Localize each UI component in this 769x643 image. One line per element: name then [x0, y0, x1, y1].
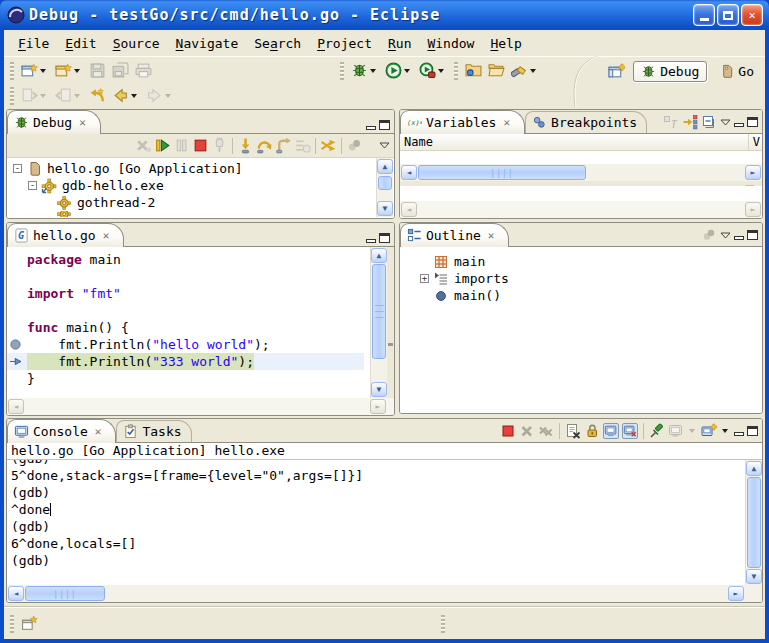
terminate-icon[interactable] [500, 423, 516, 439]
maximize-view-button[interactable] [379, 233, 390, 243]
step-into-icon[interactable] [237, 137, 254, 154]
resume-icon[interactable] [154, 137, 171, 154]
code-line-3[interactable]: import "fmt" [7, 285, 364, 302]
instruction-stepping-icon[interactable] [294, 137, 311, 154]
debug-tree-scrollbar[interactable]: ▲ ▼ [376, 158, 393, 217]
view-menu-icon[interactable] [720, 119, 731, 126]
code-line-6[interactable]: fmt.Println("hello world"); [7, 336, 364, 353]
debug-tree-item-gdb-helloexe[interactable]: -gdb-hello.exe [11, 177, 394, 194]
save-button[interactable] [86, 60, 109, 82]
show-stdout-toggle-icon[interactable] [603, 423, 619, 439]
statusbar-grip[interactable] [441, 615, 445, 633]
tab-debug[interactable]: Debug ✕ [7, 110, 101, 134]
variables-column-header[interactable]: Name V [400, 134, 762, 151]
editor-gutter[interactable] [7, 251, 27, 268]
debug-tree-item-clipped[interactable] [11, 211, 394, 217]
editor-gutter[interactable] [7, 370, 27, 387]
minimize-view-button[interactable] [734, 123, 744, 127]
editor-gutter[interactable] [7, 268, 27, 285]
minimize-view-button[interactable] [366, 126, 376, 130]
step-over-icon[interactable] [256, 137, 273, 154]
maximize-view-button[interactable] [747, 230, 758, 240]
tree-collapse-toggle[interactable]: - [13, 164, 22, 173]
code-editor[interactable]: package main import "fmt" func main() { … [7, 247, 394, 398]
editor-gutter[interactable] [7, 285, 27, 302]
debug-misc-icon[interactable] [346, 137, 363, 154]
column-value[interactable]: V [753, 135, 760, 149]
outline-misc-icon[interactable] [701, 227, 717, 243]
maximize-view-button[interactable] [747, 117, 758, 127]
close-tab-icon[interactable]: ✕ [503, 116, 510, 129]
menu-navigate[interactable]: Navigate [168, 34, 247, 53]
close-tab-icon[interactable]: ✕ [95, 425, 102, 438]
code-line-7[interactable]: fmt.Println("333 world"); [7, 353, 364, 370]
view-menu-icon[interactable] [379, 142, 390, 149]
editor-gutter[interactable] [7, 336, 27, 353]
titlebar[interactable]: Debug - testGo/src/cmd/hello.go - Eclips… [0, 0, 769, 30]
menu-run[interactable]: Run [380, 34, 419, 53]
console-output[interactable]: (gdb)5^done,stack-args=[frame={level="0"… [7, 460, 762, 585]
console-h-scrollbar[interactable]: ◄ |||| ► [7, 585, 762, 602]
back-button[interactable] [109, 85, 143, 107]
search-button[interactable] [508, 60, 542, 82]
toolbar-grip[interactable] [10, 87, 14, 105]
code-line-2[interactable] [7, 268, 364, 285]
minimize-view-button[interactable] [734, 236, 744, 240]
close-tab-icon[interactable]: ✕ [488, 229, 495, 242]
perspective-debug-button[interactable]: Debug [633, 61, 707, 82]
perspective-go-button[interactable]: Go [712, 62, 761, 81]
menu-edit[interactable]: Edit [57, 34, 104, 53]
menu-window[interactable]: Window [419, 34, 482, 53]
close-tab-icon[interactable]: ✕ [79, 116, 86, 129]
print-button[interactable] [132, 60, 155, 82]
disconnect-icon[interactable] [211, 137, 228, 154]
tree-expand-toggle[interactable]: + [420, 274, 429, 283]
open-type-button[interactable] [462, 60, 485, 82]
remove-launch-icon[interactable] [519, 423, 535, 439]
collapse-all-icon[interactable] [701, 114, 717, 130]
menu-project[interactable]: Project [309, 34, 380, 53]
window-maximize-button[interactable] [717, 4, 739, 26]
minimize-view-button[interactable] [366, 239, 376, 243]
next-annotation-button[interactable] [18, 85, 52, 107]
show-type-names-icon[interactable]: T [663, 114, 679, 130]
editor-h-scrollbar[interactable]: ◄ ► [7, 398, 394, 415]
display-selected-console-icon[interactable] [668, 423, 684, 439]
window-minimize-button[interactable] [693, 4, 715, 26]
open-resource-button[interactable] [485, 60, 508, 82]
debug-tree-item-hellogo[interactable]: -hello.go [Go Application] [11, 160, 394, 177]
save-all-button[interactable] [109, 60, 132, 82]
toolbar-grip[interactable] [454, 62, 458, 80]
clear-console-icon[interactable] [565, 423, 581, 439]
fast-view-button[interactable] [18, 613, 41, 635]
tab-tasks[interactable]: Tasks [116, 420, 191, 442]
console-v-scrollbar[interactable]: ▲ ▼ [745, 460, 762, 585]
tree-collapse-toggle[interactable]: - [28, 181, 37, 190]
column-name[interactable]: Name [404, 135, 433, 149]
open-perspective-button[interactable] [605, 60, 628, 82]
new-wizard-button[interactable] [18, 60, 52, 82]
previous-annotation-button[interactable] [52, 85, 86, 107]
outline-item-main[interactable]: main() [418, 287, 762, 304]
code-line-5[interactable]: func main() { [7, 319, 364, 336]
forward-button[interactable] [143, 85, 177, 107]
menu-search[interactable]: Search [246, 34, 309, 53]
minimize-view-button[interactable] [734, 432, 744, 436]
pin-console-icon[interactable] [649, 423, 665, 439]
maximize-view-button[interactable] [747, 426, 758, 436]
close-tab-icon[interactable]: ✕ [103, 229, 110, 242]
statusbar-grip[interactable] [10, 615, 14, 633]
remove-all-terminated-icon[interactable] [538, 423, 554, 439]
overview-ruler[interactable] [387, 247, 394, 398]
menu-source[interactable]: Source [105, 34, 168, 53]
toolbar-grip[interactable] [340, 62, 344, 80]
code-line-1[interactable]: package main [7, 251, 364, 268]
editor-gutter[interactable] [7, 302, 27, 319]
maximize-view-button[interactable] [379, 120, 390, 130]
tab-variables[interactable]: (x)= Variables ✕ [400, 110, 525, 134]
window-close-button[interactable]: ✕ [741, 4, 763, 26]
variables-h-scrollbar[interactable]: ◄ |||| ► [400, 164, 762, 181]
suspend-icon[interactable] [173, 137, 190, 154]
editor-gutter[interactable] [7, 353, 27, 370]
tab-outline[interactable]: Outline ✕ [400, 223, 509, 247]
